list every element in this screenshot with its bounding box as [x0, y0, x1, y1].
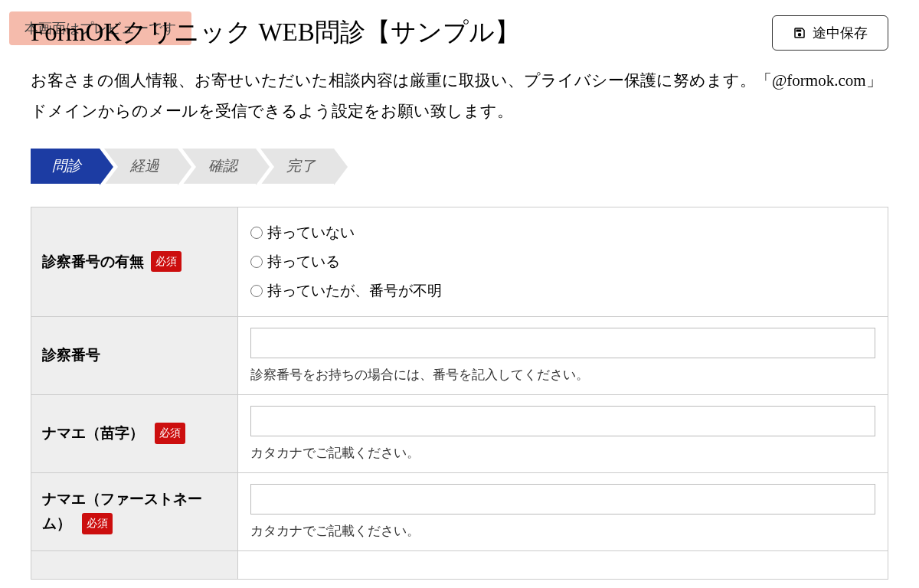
field-label: 診察番号の有無 [42, 253, 144, 270]
cell-surname: カタカナでご記載ください。 [238, 394, 888, 472]
radio-had-unknown[interactable] [250, 285, 263, 297]
row-next-partial [31, 550, 888, 579]
required-badge: 必須 [151, 251, 182, 273]
label-firstname: ナマエ（ファーストネーム） 必須 [31, 472, 238, 550]
field-label: ナマエ（苗字） [42, 425, 144, 441]
label-next [31, 550, 238, 579]
row-exam-number: 診察番号 診察番号をお持ちの場合には、番号を記入してください。 [31, 316, 888, 394]
row-firstname: ナマエ（ファーストネーム） 必須 カタカナでご記載ください。 [31, 472, 888, 550]
radio-option-2[interactable]: 持っていたが、番号が不明 [250, 276, 875, 305]
exam-number-input[interactable] [250, 328, 875, 358]
label-exam-number-presence: 診察番号の有無 必須 [31, 207, 238, 316]
help-text: 診察番号をお持ちの場合には、番号を記入してください。 [250, 366, 875, 384]
help-text: カタカナでご記載ください。 [250, 444, 875, 462]
step-monshin[interactable]: 問診 [31, 149, 100, 184]
page-title: FormOKクリニック WEB問診【サンプル】 [31, 15, 772, 50]
form-description: お客さまの個人情報、お寄せいただいた相談内容は厳重に取扱い、プライバシー保護に努… [31, 66, 888, 127]
radio-label: 持っている [267, 252, 340, 272]
step-breadcrumb: 問診 経過 確認 完了 [31, 149, 888, 184]
field-label: ナマエ（ファーストネーム） [42, 491, 202, 531]
save-button-label: 途中保存 [813, 24, 868, 42]
row-surname: ナマエ（苗字） 必須 カタカナでご記載ください。 [31, 394, 888, 472]
cell-next [238, 550, 888, 579]
field-label: 診察番号 [42, 347, 100, 363]
step-kanryo[interactable]: 完了 [260, 149, 334, 184]
step-kakunin[interactable]: 確認 [182, 149, 256, 184]
save-icon [793, 26, 806, 40]
radio-have[interactable] [250, 256, 263, 268]
required-badge: 必須 [155, 423, 185, 444]
label-exam-number: 診察番号 [31, 316, 238, 394]
cell-exam-number: 診察番号をお持ちの場合には、番号を記入してください。 [238, 316, 888, 394]
radio-not-have[interactable] [250, 227, 263, 239]
row-exam-number-presence: 診察番号の有無 必須 持っていない 持っている 持っていたが、番号が不明 [31, 207, 888, 316]
label-surname: ナマエ（苗字） 必須 [31, 394, 238, 472]
radio-option-1[interactable]: 持っている [250, 247, 875, 276]
help-text: カタカナでご記載ください。 [250, 522, 875, 540]
cell-exam-number-presence: 持っていない 持っている 持っていたが、番号が不明 [238, 207, 888, 316]
firstname-input[interactable] [250, 484, 875, 514]
radio-label: 持っていたが、番号が不明 [267, 281, 442, 301]
save-draft-button[interactable]: 途中保存 [772, 15, 888, 51]
header: 本画面はプレビューです FormOKクリニック WEB問診【サンプル】 途中保存 [31, 15, 888, 51]
surname-input[interactable] [250, 406, 875, 436]
title-wrap: 本画面はプレビューです FormOKクリニック WEB問診【サンプル】 [31, 15, 772, 50]
cell-firstname: カタカナでご記載ください。 [238, 472, 888, 550]
required-badge: 必須 [82, 513, 113, 534]
radio-option-0[interactable]: 持っていない [250, 218, 875, 247]
radio-label: 持っていない [267, 223, 355, 243]
step-keika[interactable]: 経過 [104, 149, 178, 184]
form-table: 診察番号の有無 必須 持っていない 持っている 持っていたが、番号が不明 診察番… [31, 207, 888, 580]
